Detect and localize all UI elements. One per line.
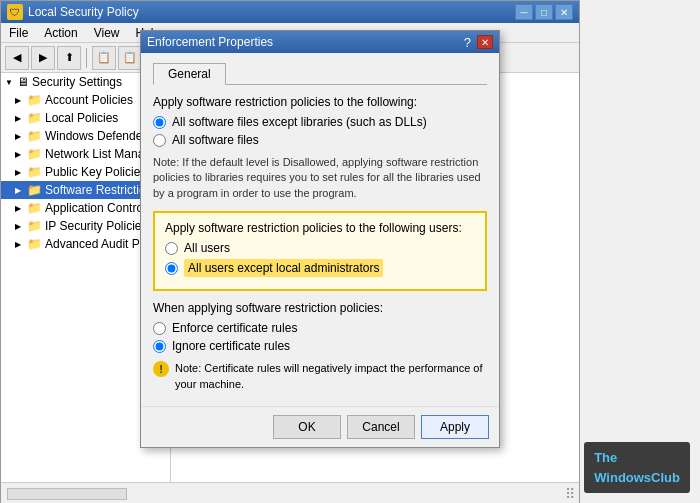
watermark-line2: WindowsClub xyxy=(594,470,680,485)
app-icon: 🛡 xyxy=(7,4,23,20)
radio-enforce-certs-label: Enforce certificate rules xyxy=(172,321,297,335)
minimize-button[interactable]: ─ xyxy=(515,4,533,20)
radio-ignore-certs-input[interactable] xyxy=(153,340,166,353)
radio-enforce-certs-input[interactable] xyxy=(153,322,166,335)
arrow-icon: ▶ xyxy=(15,204,25,213)
radio-all-except-libraries-input[interactable] xyxy=(153,116,166,129)
radio-enforce-certs: Enforce certificate rules xyxy=(153,321,487,335)
folder-icon: 📁 xyxy=(27,183,42,197)
section1-label: Apply software restriction policies to t… xyxy=(153,95,487,109)
arrow-icon: ▶ xyxy=(15,96,25,105)
folder-icon: 📁 xyxy=(27,219,42,233)
radio-all-except-admins-label: All users except local administrators xyxy=(184,259,383,277)
folder-icon: 🖥 xyxy=(17,75,29,89)
watermark: The WindowsClub xyxy=(584,442,690,493)
folder-icon: 📁 xyxy=(27,201,42,215)
back-button[interactable]: ◀ xyxy=(5,46,29,70)
section2-label: Apply software restriction policies to t… xyxy=(165,221,475,235)
tab-general[interactable]: General xyxy=(153,63,226,85)
show-hide-button[interactable]: 📋 xyxy=(92,46,116,70)
radio-all-except-admins-input[interactable] xyxy=(165,262,178,275)
warning-text: Note: Certificate rules will negatively … xyxy=(175,361,487,392)
dialog-title-bar: Enforcement Properties ? ✕ xyxy=(141,31,499,53)
main-title-bar: 🛡 Local Security Policy ─ □ ✕ xyxy=(1,1,579,23)
enforcement-properties-dialog: Enforcement Properties ? ✕ General Apply… xyxy=(140,30,500,448)
radio-all-users: All users xyxy=(165,241,475,255)
sidebar-label-account: Account Policies xyxy=(45,93,133,107)
arrow-icon: ▶ xyxy=(15,222,25,231)
arrow-icon: ▶ xyxy=(15,114,25,123)
cancel-button[interactable]: Cancel xyxy=(347,415,415,439)
arrow-icon: ▶ xyxy=(15,168,25,177)
radio-all-software: All software files xyxy=(153,133,487,147)
maximize-button[interactable]: □ xyxy=(535,4,553,20)
window-controls: ─ □ ✕ xyxy=(515,4,573,20)
menu-file[interactable]: File xyxy=(5,25,32,41)
copy-button[interactable]: 📋 xyxy=(118,46,142,70)
warning-icon: ! xyxy=(153,361,169,377)
main-window-title: Local Security Policy xyxy=(28,5,515,19)
radio-all-except-admins: All users except local administrators xyxy=(165,259,475,277)
dialog-close-button[interactable]: ✕ xyxy=(477,35,493,49)
note1: Note: If the default level is Disallowed… xyxy=(153,155,487,201)
close-button[interactable]: ✕ xyxy=(555,4,573,20)
radio-ignore-certs-label: Ignore certificate rules xyxy=(172,339,290,353)
help-icon[interactable]: ? xyxy=(464,35,471,50)
dialog-tab-bar: General xyxy=(153,63,487,85)
arrow-icon: ▶ xyxy=(15,132,25,141)
horizontal-scrollbar[interactable] xyxy=(7,488,127,500)
folder-icon: 📁 xyxy=(27,237,42,251)
section3-label: When applying software restriction polic… xyxy=(153,301,487,315)
radio-all-users-input[interactable] xyxy=(165,242,178,255)
toolbar-separator xyxy=(86,48,87,68)
warning-row: ! Note: Certificate rules will negativel… xyxy=(153,361,487,392)
sidebar-label-public-key: Public Key Policies xyxy=(45,165,146,179)
radio-all-software-input[interactable] xyxy=(153,134,166,147)
folder-icon: 📁 xyxy=(27,165,42,179)
menu-view[interactable]: View xyxy=(90,25,124,41)
radio-all-software-label: All software files xyxy=(172,133,259,147)
sidebar-label-security: Security Settings xyxy=(32,75,122,89)
arrow-icon: ▶ xyxy=(15,186,25,195)
radio-all-except-libraries-label: All software files except libraries (suc… xyxy=(172,115,427,129)
up-button[interactable]: ⬆ xyxy=(57,46,81,70)
menu-action[interactable]: Action xyxy=(40,25,81,41)
dialog-content: General Apply software restriction polic… xyxy=(141,53,499,402)
dialog-title: Enforcement Properties xyxy=(147,35,464,49)
status-bar: ⠿ xyxy=(1,482,579,503)
radio-all-except-libraries: All software files except libraries (suc… xyxy=(153,115,487,129)
cert-section: When applying software restriction polic… xyxy=(153,301,487,392)
folder-icon: 📁 xyxy=(27,93,42,107)
forward-button[interactable]: ▶ xyxy=(31,46,55,70)
dialog-buttons: OK Cancel Apply xyxy=(141,406,499,447)
apply-button[interactable]: Apply xyxy=(421,415,489,439)
radio-ignore-certs: Ignore certificate rules xyxy=(153,339,487,353)
folder-icon: 📁 xyxy=(27,147,42,161)
ok-button[interactable]: OK xyxy=(273,415,341,439)
watermark-line1: The xyxy=(594,450,617,465)
highlighted-section: Apply software restriction policies to t… xyxy=(153,211,487,291)
sidebar-label-local: Local Policies xyxy=(45,111,118,125)
resize-grip: ⠿ xyxy=(565,486,575,502)
radio-all-users-label: All users xyxy=(184,241,230,255)
folder-icon: 📁 xyxy=(27,111,42,125)
arrow-icon: ▶ xyxy=(15,240,25,249)
folder-icon: 📁 xyxy=(27,129,42,143)
arrow-icon: ▶ xyxy=(15,150,25,159)
arrow-icon: ▼ xyxy=(5,78,15,87)
close-icon: ✕ xyxy=(481,37,489,48)
